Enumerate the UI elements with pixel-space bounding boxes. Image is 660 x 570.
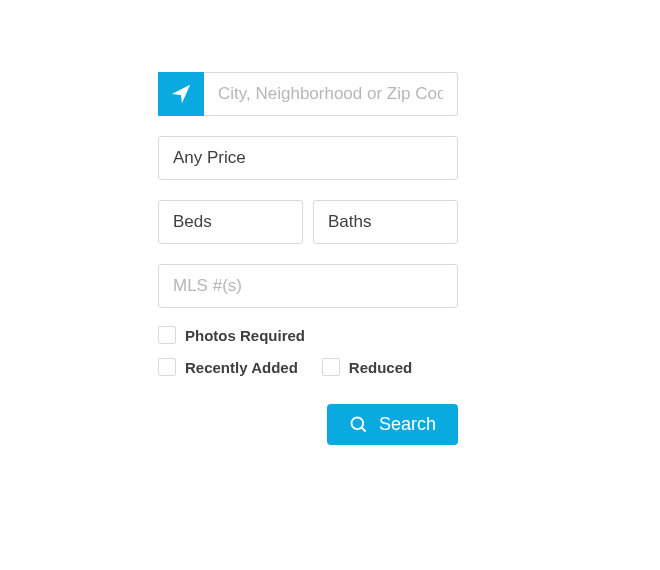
search-form: Any Price Beds Baths Photos Required Rec… [158,72,458,445]
location-input[interactable] [204,72,458,116]
mls-input[interactable] [158,264,458,308]
baths-select[interactable]: Baths [313,200,458,244]
filter-checkbox-group: Photos Required Recently Added Reduced [158,322,458,376]
location-icon-box[interactable] [158,72,204,116]
search-button-label: Search [379,414,436,435]
price-select[interactable]: Any Price [158,136,458,180]
search-button[interactable]: Search [327,404,458,445]
price-select-label: Any Price [173,148,246,168]
beds-baths-row: Beds Baths [158,200,458,244]
search-icon [349,415,369,435]
svg-line-1 [361,427,365,431]
price-row: Any Price [158,136,458,180]
baths-select-label: Baths [328,212,371,232]
photos-required-checkbox[interactable]: Photos Required [158,326,305,344]
navigation-arrow-icon [170,83,192,105]
location-row [158,72,458,116]
mls-row [158,264,458,308]
photos-required-label: Photos Required [185,327,305,344]
checkbox-box-icon [158,358,176,376]
beds-select[interactable]: Beds [158,200,303,244]
recently-added-label: Recently Added [185,359,298,376]
button-row: Search [158,404,458,445]
svg-point-0 [351,417,363,429]
checkbox-box-icon [158,326,176,344]
reduced-checkbox[interactable]: Reduced [322,358,412,376]
reduced-label: Reduced [349,359,412,376]
beds-select-label: Beds [173,212,212,232]
recently-added-checkbox[interactable]: Recently Added [158,358,298,376]
checkbox-box-icon [322,358,340,376]
